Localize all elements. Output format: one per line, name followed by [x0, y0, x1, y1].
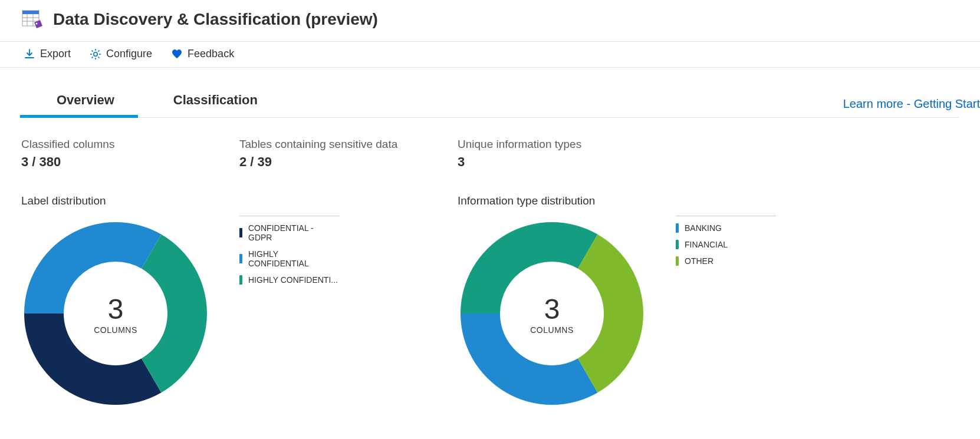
legend-swatch	[676, 223, 679, 233]
legend-swatch	[239, 275, 242, 285]
classification-icon	[21, 8, 44, 31]
donut-center-label: COLUMNS	[530, 325, 574, 335]
legend-item: BANKING	[676, 220, 776, 236]
legend-swatch	[676, 256, 679, 266]
chart-label-distribution: Label distribution 3 COLUMNS CONFIDENTIA…	[21, 194, 458, 408]
stat-tables-sensitive: Tables containing sensitive data 2 / 39	[239, 138, 458, 170]
donut-center: 3 COLUMNS	[530, 293, 574, 335]
legend-item: FINANCIAL	[676, 236, 776, 253]
svg-line-12	[92, 50, 93, 51]
stat-label: Classified columns	[21, 138, 239, 151]
gear-icon	[90, 48, 101, 60]
stat-classified-columns: Classified columns 3 / 380	[21, 138, 239, 170]
learn-more-link[interactable]: Learn more - Getting Start	[843, 97, 980, 111]
donut-center: 3 COLUMNS	[94, 293, 137, 335]
main-content: Learn more - Getting Start Overview Clas…	[0, 82, 980, 408]
stat-value: 3 / 380	[21, 154, 239, 170]
tabs-row: Overview Classification	[21, 82, 959, 118]
legend-item: OTHER	[676, 253, 776, 269]
donut-center-value: 3	[530, 293, 574, 325]
charts-row: Label distribution 3 COLUMNS CONFIDENTIA…	[21, 194, 959, 408]
svg-point-7	[94, 52, 97, 55]
legend-item: HIGHLY CONFIDENTI...	[239, 272, 340, 288]
svg-line-14	[92, 57, 93, 58]
svg-point-6	[36, 23, 38, 25]
feedback-label: Feedback	[188, 48, 234, 60]
donut-chart: 3 COLUMNS	[21, 219, 210, 408]
chart-title: Label distribution	[21, 194, 458, 207]
donut-chart: 3 COLUMNS	[458, 219, 646, 408]
svg-line-15	[98, 50, 99, 51]
legend-label: BANKING	[685, 223, 722, 233]
chart-legend: CONFIDENTIAL - GDPRHIGHLY CONFIDENTIALHI…	[239, 216, 340, 408]
feedback-button[interactable]: Feedback	[171, 48, 234, 60]
export-label: Export	[40, 48, 71, 60]
stat-label: Tables containing sensitive data	[239, 138, 458, 151]
svg-line-13	[98, 57, 99, 58]
legend-swatch	[239, 254, 242, 263]
stat-unique-info-types: Unique information types 3	[458, 138, 676, 170]
legend-swatch	[239, 228, 242, 237]
tab-classification[interactable]: Classification	[173, 82, 258, 117]
page-title: Data Discovery & Classification (preview…	[53, 10, 378, 29]
tab-overview[interactable]: Overview	[57, 82, 114, 117]
legend-label: HIGHLY CONFIDENTI...	[248, 275, 338, 285]
stat-value: 2 / 39	[239, 154, 458, 170]
legend-label: OTHER	[685, 256, 713, 266]
chart-legend: BANKINGFINANCIALOTHER	[676, 216, 776, 408]
toolbar: Export Configure Feedback	[0, 41, 980, 68]
legend-label: HIGHLY CONFIDENTIAL	[248, 249, 340, 268]
export-button[interactable]: Export	[24, 48, 71, 60]
chart-title: Information type distribution	[458, 194, 894, 207]
stat-value: 3	[458, 154, 676, 170]
download-icon	[24, 48, 35, 60]
chart-info-type-distribution: Information type distribution 3 COLUMNS …	[458, 194, 894, 408]
legend-label: CONFIDENTIAL - GDPR	[248, 223, 340, 242]
configure-button[interactable]: Configure	[90, 48, 152, 60]
donut-center-value: 3	[94, 293, 137, 325]
heart-icon	[171, 48, 183, 60]
svg-rect-1	[22, 11, 39, 14]
legend-swatch	[676, 240, 679, 249]
donut-center-label: COLUMNS	[94, 325, 137, 335]
page-header: Data Discovery & Classification (preview…	[0, 0, 980, 41]
configure-label: Configure	[106, 48, 152, 60]
stat-label: Unique information types	[458, 138, 676, 151]
legend-item: HIGHLY CONFIDENTIAL	[239, 246, 340, 272]
legend-item: CONFIDENTIAL - GDPR	[239, 220, 340, 246]
legend-label: FINANCIAL	[685, 240, 728, 249]
stats-row: Classified columns 3 / 380 Tables contai…	[21, 138, 959, 170]
